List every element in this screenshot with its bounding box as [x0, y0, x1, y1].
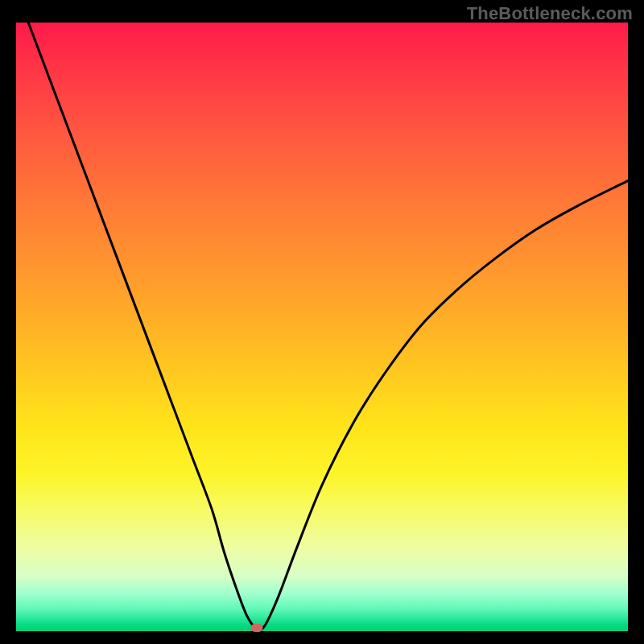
chart-container: TheBottleneck.com — [0, 0, 644, 644]
plot-area — [16, 23, 628, 631]
bottleneck-curve-svg — [16, 23, 628, 631]
bottleneck-curve-path — [28, 23, 628, 630]
minimum-marker — [250, 624, 262, 632]
watermark-text: TheBottleneck.com — [467, 3, 633, 24]
